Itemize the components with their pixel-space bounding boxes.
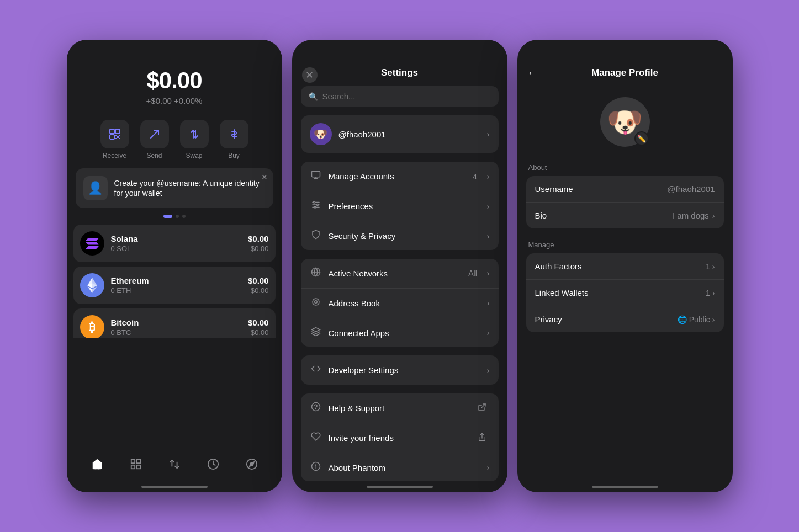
svg-rect-3 — [117, 136, 119, 138]
bitcoin-info: Bitcoin 0 BTC — [111, 318, 241, 337]
promo-close-button[interactable]: ✕ — [261, 173, 268, 182]
settings-security[interactable]: Security & Privacy › — [301, 221, 499, 250]
profile-back-button[interactable]: ← — [527, 67, 537, 79]
send-button[interactable]: Send — [140, 120, 169, 159]
nav-history[interactable] — [207, 458, 219, 470]
help-external-icon — [478, 403, 486, 413]
security-icon — [310, 230, 322, 242]
developer-chevron: › — [487, 366, 490, 375]
settings-preferences[interactable]: Preferences › — [301, 191, 499, 221]
nav-grid[interactable] — [130, 458, 142, 470]
solana-value: $0.00 $0.00 — [248, 234, 269, 253]
developer-icon — [310, 364, 322, 376]
dot-2 — [176, 215, 179, 218]
wallet-screen: $0.00 +$0.00 +0.00% — [67, 40, 282, 492]
svg-rect-2 — [110, 135, 114, 139]
profile-chevron-icon: › — [487, 130, 490, 139]
bitcoin-amount: 0 BTC — [111, 328, 241, 337]
manage-accounts-label: Manage Accounts — [329, 172, 467, 181]
nav-explore[interactable] — [246, 458, 258, 470]
wallet-change: +$0.00 +0.00% — [78, 96, 271, 105]
receive-icon — [100, 120, 129, 148]
privacy-chevron: › — [712, 315, 715, 324]
receive-label: Receive — [103, 152, 126, 159]
profile-screen: ← Manage Profile 🐶 ✏️ About Username @fh… — [517, 40, 733, 492]
profile-username: @fhaoh2001 — [338, 130, 480, 139]
settings-close-button[interactable]: ✕ — [302, 67, 318, 83]
svg-rect-7 — [119, 138, 120, 139]
promo-banner[interactable]: 👤 Create your @username: A unique identi… — [76, 168, 273, 208]
ethereum-value: $0.00 $0.00 — [248, 276, 269, 295]
svg-rect-15 — [311, 171, 320, 177]
username-row[interactable]: Username @fhaoh2001 — [526, 176, 724, 203]
privacy-row[interactable]: Privacy 🌐 Public › — [526, 306, 724, 332]
manage-accounts-badge: 4 — [473, 172, 477, 181]
wallet-header: $0.00 +$0.00 +0.00% — [67, 40, 282, 114]
auth-factors-row[interactable]: Auth Factors 1 › — [526, 253, 724, 280]
nav-home[interactable] — [91, 458, 103, 470]
settings-active-networks[interactable]: Active Networks All › — [301, 259, 499, 289]
bio-row[interactable]: Bio I am dogs › — [526, 203, 724, 228]
address-book-chevron: › — [487, 299, 490, 307]
token-ethereum[interactable]: Ethereum 0 ETH $0.00 $0.00 — [73, 267, 276, 304]
invite-share-icon — [478, 433, 486, 443]
solana-usd-small: $0.00 — [248, 244, 269, 253]
profile-header-title: Manage Profile — [591, 67, 658, 78]
settings-about[interactable]: About Phantom › — [301, 453, 499, 482]
settings-manage-accounts[interactable]: Manage Accounts 4 › — [301, 162, 499, 191]
dot-3 — [182, 215, 186, 218]
settings-section-3: Developer Settings › — [301, 355, 499, 385]
receive-button[interactable]: Receive — [100, 120, 129, 159]
manage-accounts-chevron: › — [487, 172, 490, 181]
bitcoin-icon: ₿ — [80, 315, 104, 338]
bio-chevron: › — [712, 211, 715, 220]
settings-address-book[interactable]: Address Book › — [301, 289, 499, 318]
search-input[interactable] — [322, 92, 491, 101]
buy-button[interactable]: Buy — [220, 120, 248, 159]
settings-developer[interactable]: Developer Settings › — [301, 355, 499, 385]
settings-section-4: Help & Support Invite your friends About — [301, 393, 499, 482]
connected-apps-icon — [310, 327, 322, 339]
bio-value: I am dogs — [673, 211, 709, 220]
svg-marker-14 — [250, 462, 254, 466]
dots-indicator — [67, 215, 282, 218]
preferences-icon — [310, 200, 322, 212]
ethereum-usd-small: $0.00 — [248, 286, 269, 295]
invite-label: Invite your friends — [329, 433, 471, 443]
bio-key: Bio — [535, 211, 673, 220]
profile-info-card: Username @fhaoh2001 Bio I am dogs › — [526, 176, 724, 228]
privacy-key: Privacy — [535, 315, 678, 324]
swap-button[interactable]: Swap — [180, 120, 209, 159]
nav-swap[interactable] — [168, 458, 181, 470]
wallet-balance: $0.00 — [78, 67, 271, 94]
about-chevron: › — [487, 463, 490, 472]
bottom-nav — [67, 451, 282, 486]
profile-card[interactable]: 🐶 @fhaoh2001 › — [301, 115, 499, 153]
solana-icon — [80, 231, 104, 256]
svg-rect-8 — [131, 460, 134, 463]
svg-rect-5 — [119, 135, 120, 136]
token-solana[interactable]: Solana 0 SOL $0.00 $0.00 — [73, 225, 276, 262]
linked-wallets-row[interactable]: Linked Wallets 1 › — [526, 280, 724, 306]
screens-container: $0.00 +$0.00 +0.00% — [67, 40, 733, 492]
swap-icon — [180, 120, 209, 148]
token-bitcoin[interactable]: ₿ Bitcoin 0 BTC $0.00 $0.00 — [73, 308, 276, 338]
about-label: About — [517, 163, 733, 176]
linked-wallets-right: 1 › — [706, 289, 715, 297]
search-bar[interactable]: 🔍 — [301, 86, 499, 107]
settings-connected-apps[interactable]: Connected Apps › — [301, 318, 499, 347]
settings-help[interactable]: Help & Support — [301, 393, 499, 423]
settings-title: Settings — [381, 67, 418, 78]
manage-accounts-icon — [310, 170, 322, 183]
avatar-edit-button[interactable]: ✏️ — [634, 131, 649, 146]
buy-label: Buy — [228, 152, 240, 159]
manage-section-label: Manage — [517, 233, 733, 253]
globe-icon: 🌐 — [678, 315, 687, 324]
profile-avatar-large: 🐶 ✏️ — [600, 97, 650, 147]
linked-wallets-chevron: › — [712, 289, 715, 297]
settings-section-2: Active Networks All › Address Book › Con… — [301, 259, 499, 347]
help-label: Help & Support — [329, 403, 471, 413]
svg-point-25 — [313, 299, 319, 305]
settings-invite[interactable]: Invite your friends — [301, 423, 499, 453]
address-book-icon — [310, 297, 322, 310]
